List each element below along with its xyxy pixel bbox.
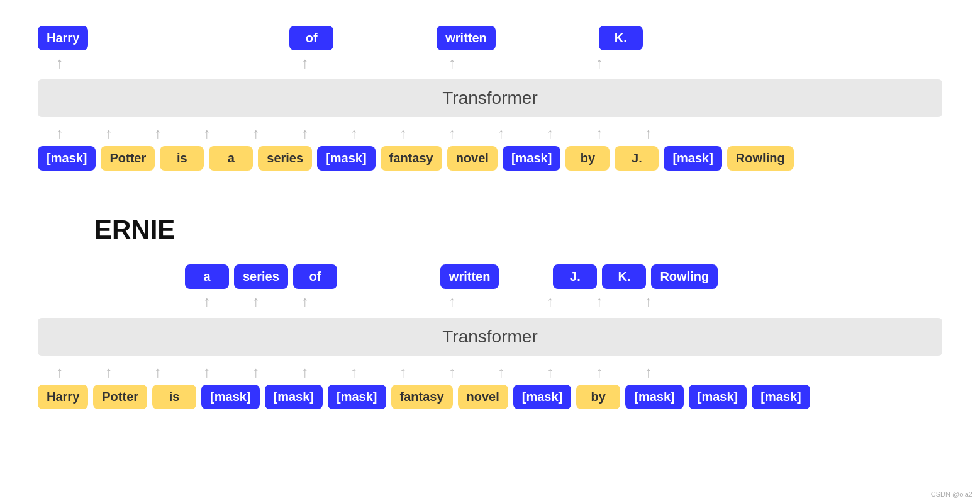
transformer-bar-1: Transformer (38, 79, 942, 117)
predicted-token-j: J. (553, 264, 597, 289)
input-token-by: by (565, 146, 610, 171)
divider (0, 183, 980, 202)
input-token-mask4: [mask] (664, 146, 721, 171)
arrow-up-icon: ↑ (430, 125, 474, 142)
arrow-up-icon: ↑ (381, 363, 425, 381)
input-token-mask3: [mask] (503, 146, 560, 171)
arrow-up-icon: ↑ (283, 125, 327, 142)
arrow-up-icon: ↑ (577, 125, 621, 142)
arrow-up-icon: ↑ (430, 54, 474, 72)
arrow-up-icon: ↑ (577, 54, 621, 72)
input-token-mask6: [mask] (265, 385, 323, 409)
transformer-label-2: Transformer (442, 327, 537, 347)
input-token-is: is (160, 146, 204, 171)
arrow-up-icon: ↑ (87, 125, 131, 142)
input-token-mask7: [mask] (328, 385, 386, 409)
input-token-fantasy: fantasy (381, 146, 442, 171)
predicted-slot: of (289, 26, 333, 50)
predicted-token-series: series (234, 264, 288, 289)
section2-arrows-up: ↑ ↑ ↑ ↑ ↑ ↑ ↑ (19, 289, 961, 314)
arrow-up-icon: ↑ (185, 125, 229, 142)
arrow-up-icon: ↑ (479, 363, 523, 381)
arrow-up-icon: ↑ (185, 293, 229, 310)
predicted-slot: K. (599, 26, 643, 50)
arrow-up-icon: ↑ (283, 293, 327, 310)
input-token-mask2: [mask] (317, 146, 375, 171)
predicted-token-k2: K. (602, 264, 646, 289)
input-token-by2: by (576, 385, 620, 409)
section-bert: Harry of written K. ↑ ↑ (0, 0, 980, 183)
input-token-harry2: Harry (38, 385, 88, 409)
input-token-is2: is (152, 385, 196, 409)
arrow-up-icon: ↑ (528, 125, 572, 142)
section1-predicted-row: Harry of written K. (19, 13, 961, 50)
predicted-slot: Harry (38, 26, 88, 50)
predicted-slot: Rowling (651, 264, 718, 289)
input-token-fantasy2: fantasy (391, 385, 453, 409)
arrow-up-icon: ↑ (430, 293, 474, 310)
section1-arrows-up: ↑ ↑ ↑ ↑ (19, 50, 961, 76)
arrow-up-icon: ↑ (626, 125, 671, 142)
input-token-novel: novel (447, 146, 498, 171)
arrow-up-icon: ↑ (38, 125, 82, 142)
arrow-up-icon: ↑ (626, 293, 671, 310)
arrow-up-icon: ↑ (38, 54, 82, 72)
arrow-up-icon: ↑ (577, 293, 621, 310)
arrow-up-icon: ↑ (626, 363, 671, 381)
section2-input-row: Harry Potter is [mask] [mask] [mask] fan… (19, 385, 961, 409)
arrow-up-icon: ↑ (528, 363, 572, 381)
transformer-label-1: Transformer (442, 88, 537, 108)
arrow-up-icon: ↑ (283, 363, 327, 381)
input-token-novel2: novel (458, 385, 508, 409)
arrow-up-icon: ↑ (430, 363, 474, 381)
arrow-up-icon: ↑ (332, 125, 376, 142)
arrow-up-icon: ↑ (528, 293, 572, 310)
input-token-mask1: [mask] (38, 146, 96, 171)
input-token-mask11: [mask] (752, 385, 810, 409)
input-token-series: series (258, 146, 312, 171)
input-token-mask9: [mask] (625, 385, 683, 409)
predicted-slot: K. (602, 264, 646, 289)
predicted-token-of: of (289, 26, 333, 50)
input-token-potter: Potter (101, 146, 155, 171)
input-token-potter2: Potter (93, 385, 147, 409)
arrow-up-icon: ↑ (234, 363, 278, 381)
arrow-up-icon: ↑ (234, 125, 278, 142)
input-token-rowling: Rowling (727, 146, 794, 171)
predicted-token-written: written (440, 264, 499, 289)
arrow-up-icon: ↑ (381, 125, 425, 142)
input-token-j: J. (615, 146, 659, 171)
watermark: CSDN @ola2 (931, 490, 972, 498)
predicted-token-of: of (293, 264, 337, 289)
predicted-slot: of (293, 264, 337, 289)
transformer-bar-2: Transformer (38, 318, 942, 356)
predicted-token-harry: Harry (38, 26, 88, 50)
predicted-token-k: K. (599, 26, 643, 50)
arrow-up-icon: ↑ (577, 363, 621, 381)
predicted-token-a: a (185, 264, 229, 289)
arrow-up-icon: ↑ (479, 125, 523, 142)
arrow-up-icon: ↑ (136, 125, 180, 142)
section2-predicted-row: a series of written J. K. Rowling (19, 251, 961, 289)
arrow-up-icon: ↑ (234, 293, 278, 310)
arrow-up-icon: ↑ (283, 54, 327, 72)
arrow-up-icon: ↑ (185, 363, 229, 381)
section1-arrows-down: ↑ ↑ ↑ ↑ ↑ ↑ ↑ ↑ ↑ ↑ ↑ ↑ ↑ (19, 121, 961, 146)
predicted-slot: J. (553, 264, 597, 289)
ernie-label: ERNIE (19, 215, 961, 245)
predicted-token-rowling2: Rowling (651, 264, 718, 289)
predicted-slot: written (440, 264, 499, 289)
input-token-mask10: [mask] (689, 385, 747, 409)
section2-arrows-down: ↑ ↑ ↑ ↑ ↑ ↑ ↑ ↑ ↑ ↑ ↑ ↑ ↑ (19, 359, 961, 385)
arrow-up-icon: ↑ (87, 363, 131, 381)
arrow-up-icon: ↑ (136, 363, 180, 381)
predicted-slot: written (437, 26, 496, 50)
section-ernie: ERNIE a series of written J. K. (0, 202, 980, 422)
input-token-mask8: [mask] (513, 385, 571, 409)
section1-input-row: [mask] Potter is a series [mask] fantasy… (19, 146, 961, 171)
arrow-up-icon: ↑ (332, 363, 376, 381)
predicted-token-written: written (437, 26, 496, 50)
predicted-slot: a (185, 264, 229, 289)
input-token-a: a (209, 146, 253, 171)
input-token-mask5: [mask] (201, 385, 259, 409)
